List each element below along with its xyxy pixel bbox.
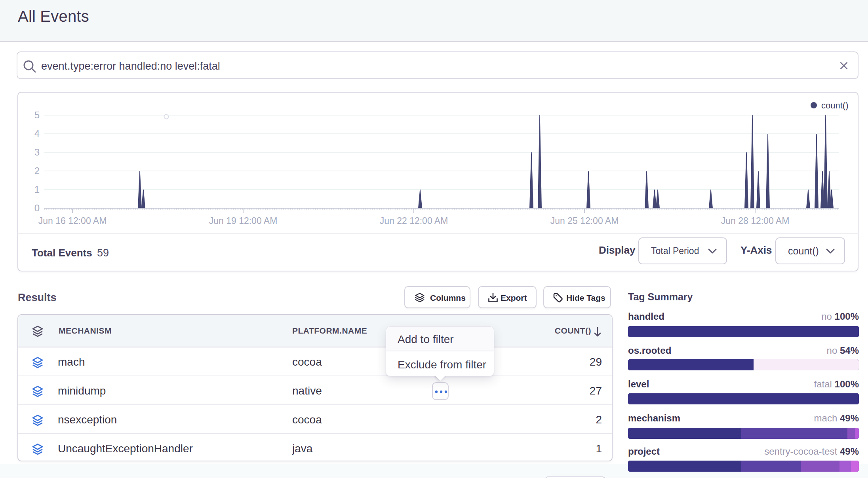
svg-text:Jun 25 12:00 AM: Jun 25 12:00 AM (550, 216, 619, 226)
svg-text:Jun 19 12:00 AM: Jun 19 12:00 AM (209, 216, 278, 226)
svg-text:Jun 22 12:00 AM: Jun 22 12:00 AM (380, 216, 448, 226)
svg-text:0: 0 (34, 203, 40, 213)
svg-text:Jun 16 12:00 AM: Jun 16 12:00 AM (38, 216, 107, 226)
svg-text:1: 1 (34, 184, 40, 195)
svg-text:count(): count() (821, 101, 848, 110)
svg-text:2: 2 (34, 165, 40, 176)
svg-text:3: 3 (34, 147, 40, 157)
svg-text:Jun 28 12:00 AM: Jun 28 12:00 AM (721, 216, 790, 226)
svg-text:4: 4 (34, 128, 40, 139)
svg-text:5: 5 (34, 110, 40, 120)
